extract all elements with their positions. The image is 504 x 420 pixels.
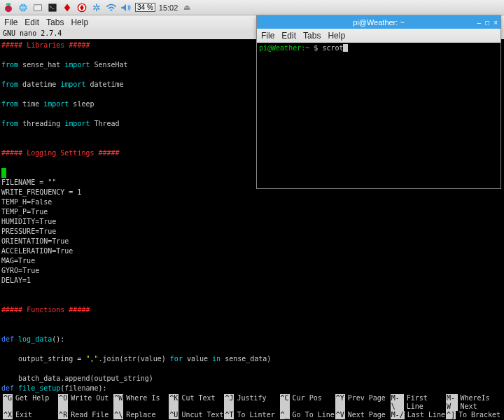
raspberry-icon[interactable] — [3, 2, 14, 13]
mathematica-icon[interactable] — [62, 2, 73, 13]
close-icon[interactable]: × — [493, 19, 498, 27]
terminal-menubar: File Edit Tabs Help — [257, 29, 500, 43]
menu-file[interactable]: File — [261, 31, 274, 41]
svg-text:>_: >_ — [50, 5, 55, 9]
menu-tabs[interactable]: Tabs — [303, 31, 321, 41]
minimize-icon[interactable]: – — [477, 19, 482, 27]
svg-marker-9 — [121, 4, 126, 11]
wolfram-icon[interactable] — [76, 2, 88, 13]
svg-marker-6 — [64, 4, 70, 11]
battery-indicator[interactable]: 34 % — [135, 3, 155, 12]
files-icon[interactable] — [32, 2, 43, 13]
globe-icon[interactable] — [18, 2, 29, 13]
terminal-titlebar[interactable]: pi@Weather: ~ – □ × — [257, 16, 500, 29]
maximize-icon[interactable]: □ — [485, 19, 489, 27]
terminal-window: pi@Weather: ~ – □ × File Edit Tabs Help … — [256, 15, 501, 189]
svg-rect-3 — [34, 4, 36, 6]
menu-edit[interactable]: Edit — [281, 31, 296, 41]
menu-file[interactable]: File — [4, 18, 18, 27]
menu-help[interactable]: Help — [71, 18, 88, 27]
volume-icon[interactable] — [120, 2, 132, 13]
terminal-icon[interactable]: >_ — [47, 2, 58, 13]
clock: 15:02 — [159, 4, 178, 12]
wifi-icon[interactable] — [106, 2, 117, 13]
bluetooth-icon[interactable]: ✲ — [91, 2, 102, 13]
system-panel: >_ ✲ 34 % 15:02 ⏏ — [0, 0, 504, 15]
menu-help[interactable]: Help — [328, 31, 345, 41]
terminal-title: pi@Weather: ~ — [353, 18, 405, 27]
terminal-area[interactable]: pi@Weather:~ $ scrot — [257, 43, 500, 188]
menu-edit[interactable]: Edit — [24, 18, 39, 27]
nano-shortcut-bar: ^GGet Help ^OWrite Out ^WWhere Is ^KCut … — [0, 393, 504, 420]
nano-version: GNU nano 2.7.4 — [3, 29, 62, 39]
svg-point-0 — [5, 5, 12, 12]
menu-tabs[interactable]: Tabs — [46, 18, 64, 27]
eject-icon[interactable]: ⏏ — [181, 2, 192, 13]
